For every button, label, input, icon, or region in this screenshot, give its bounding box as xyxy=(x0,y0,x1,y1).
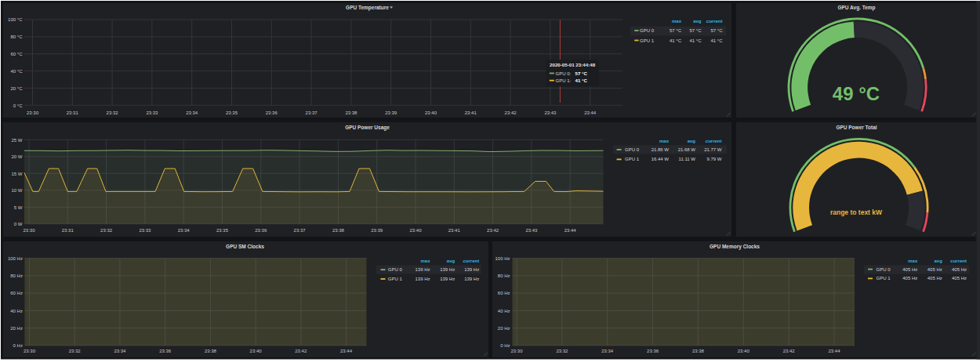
svg-text:405 Hz: 405 Hz xyxy=(927,276,942,281)
svg-text:23:42: 23:42 xyxy=(783,349,796,353)
svg-text:80 °C: 80 °C xyxy=(10,34,23,39)
svg-text:405 Hz: 405 Hz xyxy=(902,267,917,272)
svg-text:current: current xyxy=(706,139,722,143)
svg-text:GPU 0:: GPU 0: xyxy=(556,71,572,76)
svg-text:GPU 0: GPU 0 xyxy=(877,267,891,272)
svg-text:23:40: 23:40 xyxy=(425,110,437,115)
svg-text:avg: avg xyxy=(693,19,702,24)
svg-text:23:37: 23:37 xyxy=(306,110,318,115)
svg-text:23:40: 23:40 xyxy=(250,349,263,353)
svg-text:GPU Memory Clocks: GPU Memory Clocks xyxy=(710,244,760,250)
svg-text:23:36: 23:36 xyxy=(266,110,278,115)
svg-text:23:36: 23:36 xyxy=(255,228,267,233)
svg-text:139 Hz: 139 Hz xyxy=(415,277,430,281)
svg-text:23:33: 23:33 xyxy=(146,110,158,115)
svg-text:GPU 1: GPU 1 xyxy=(388,277,403,281)
svg-text:23:42: 23:42 xyxy=(505,110,517,115)
svg-text:23:39: 23:39 xyxy=(371,228,383,233)
svg-text:23:38: 23:38 xyxy=(692,349,705,353)
svg-text:41 °C: 41 °C xyxy=(710,38,723,43)
svg-text:80 Hz: 80 Hz xyxy=(498,273,510,278)
svg-text:avg: avg xyxy=(688,139,696,143)
svg-text:23:35: 23:35 xyxy=(216,228,229,233)
svg-text:20 °C: 20 °C xyxy=(10,86,23,91)
svg-text:23:43: 23:43 xyxy=(544,110,557,115)
svg-text:57 °C: 57 °C xyxy=(710,28,723,33)
svg-text:23:32: 23:32 xyxy=(69,349,82,353)
svg-text:23:30: 23:30 xyxy=(24,349,36,353)
svg-text:405 Hz: 405 Hz xyxy=(952,276,967,281)
svg-text:23:44: 23:44 xyxy=(828,349,840,353)
svg-text:100 Hz: 100 Hz xyxy=(495,256,510,261)
svg-text:139 Hz: 139 Hz xyxy=(440,267,455,272)
svg-text:0 Hz: 0 Hz xyxy=(13,343,23,348)
svg-text:23:38: 23:38 xyxy=(205,349,217,353)
svg-text:23:38: 23:38 xyxy=(332,228,345,233)
svg-text:current: current xyxy=(463,259,480,263)
svg-text:405 Hz: 405 Hz xyxy=(952,267,967,272)
svg-text:20 W: 20 W xyxy=(11,154,22,159)
svg-text:405 Hz: 405 Hz xyxy=(927,267,942,272)
svg-text:0 °C: 0 °C xyxy=(13,103,23,108)
svg-text:GPU SM Clocks: GPU SM Clocks xyxy=(226,244,264,249)
svg-text:41 °C: 41 °C xyxy=(689,38,702,43)
svg-text:41 °C: 41 °C xyxy=(670,38,682,43)
svg-text:GPU 1: GPU 1 xyxy=(877,276,891,281)
svg-text:23:34: 23:34 xyxy=(601,349,614,353)
svg-text:40 °C: 40 °C xyxy=(10,69,23,74)
svg-text:139 Hz: 139 Hz xyxy=(415,267,430,272)
svg-text:23:32: 23:32 xyxy=(107,110,119,115)
svg-text:15 W: 15 W xyxy=(11,172,22,176)
svg-text:23:34: 23:34 xyxy=(178,228,191,233)
svg-text:23:32: 23:32 xyxy=(556,349,568,353)
svg-text:23:40: 23:40 xyxy=(409,228,422,233)
svg-text:20 Hz: 20 Hz xyxy=(10,326,23,331)
svg-text:40 Hz: 40 Hz xyxy=(498,309,510,313)
svg-text:21.86 W: 21.86 W xyxy=(652,147,670,152)
svg-text:10 W: 10 W xyxy=(11,188,22,193)
svg-text:16.44 W: 16.44 W xyxy=(652,157,670,161)
svg-text:23:35: 23:35 xyxy=(226,110,238,115)
svg-text:25 W: 25 W xyxy=(11,138,22,143)
svg-text:GPU Temperature: GPU Temperature xyxy=(346,5,389,11)
svg-text:80 Hz: 80 Hz xyxy=(10,273,23,278)
svg-text:GPU 0: GPU 0 xyxy=(388,267,403,272)
svg-text:23:44: 23:44 xyxy=(564,228,577,233)
svg-text:current: current xyxy=(706,19,723,24)
svg-text:40 Hz: 40 Hz xyxy=(10,309,23,313)
svg-text:23:41: 23:41 xyxy=(448,228,461,233)
svg-text:GPU Power Total: GPU Power Total xyxy=(836,125,877,130)
svg-text:max: max xyxy=(672,19,682,24)
svg-text:GPU 1:: GPU 1: xyxy=(556,78,572,83)
svg-text:21.77 W: 21.77 W xyxy=(704,147,722,152)
svg-text:23:30: 23:30 xyxy=(510,349,523,353)
svg-text:60 Hz: 60 Hz xyxy=(498,291,510,295)
svg-text:139 Hz: 139 Hz xyxy=(464,277,479,281)
svg-text:23:34: 23:34 xyxy=(186,110,198,115)
svg-text:23:34: 23:34 xyxy=(114,349,126,353)
svg-text:23:42: 23:42 xyxy=(295,349,307,353)
svg-text:23:30: 23:30 xyxy=(23,228,35,233)
svg-text:57 °C: 57 °C xyxy=(689,28,702,33)
svg-text:100 Hz: 100 Hz xyxy=(8,256,23,261)
svg-text:GPU Avg. Temp: GPU Avg. Temp xyxy=(837,5,875,11)
svg-text:current: current xyxy=(950,259,967,263)
svg-text:GPU 1: GPU 1 xyxy=(625,157,640,161)
svg-text:0 W: 0 W xyxy=(14,222,23,226)
svg-text:139 Hz: 139 Hz xyxy=(440,277,455,281)
svg-text:23:44: 23:44 xyxy=(340,349,353,353)
svg-text:57 °C: 57 °C xyxy=(575,71,588,76)
svg-text:max: max xyxy=(659,139,670,143)
svg-text:avg: avg xyxy=(447,259,456,263)
svg-text:GPU 0: GPU 0 xyxy=(625,147,640,152)
svg-text:11.11 W: 11.11 W xyxy=(679,157,696,161)
svg-text:9.79 W: 9.79 W xyxy=(706,157,721,161)
svg-text:23:32: 23:32 xyxy=(100,228,113,233)
svg-text:23:41: 23:41 xyxy=(465,110,477,115)
svg-text:405 Hz: 405 Hz xyxy=(902,276,917,281)
svg-text:5 W: 5 W xyxy=(14,205,23,210)
svg-text:GPU 0: GPU 0 xyxy=(640,28,655,33)
svg-text:range to text kW: range to text kW xyxy=(830,208,883,216)
svg-text:23:42: 23:42 xyxy=(487,228,499,233)
svg-text:2020-05-01 23:44:48: 2020-05-01 23:44:48 xyxy=(550,62,596,67)
